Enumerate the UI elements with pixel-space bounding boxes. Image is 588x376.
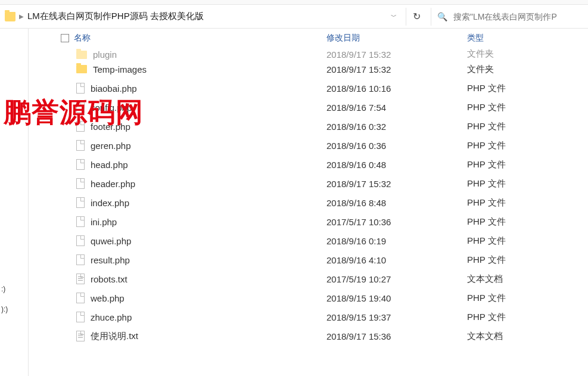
file-list: 名称 修改日期 类型 plugin 2018/9/17 15:32 文件夹 Te…	[29, 29, 588, 376]
file-date: 2018/9/16 8:48	[324, 198, 465, 208]
file-type: PHP 文件	[465, 102, 588, 113]
table-row[interactable]: web.php2018/9/15 19:40PHP 文件	[29, 288, 588, 307]
folder-icon	[76, 51, 87, 59]
file-icon	[76, 102, 85, 113]
table-row[interactable]: config.php2018/9/16 7:54PHP 文件	[29, 98, 588, 117]
file-name: robots.txt	[91, 274, 127, 284]
file-type: PHP 文件	[465, 121, 588, 132]
file-date: 2018/9/16 0:19	[324, 236, 465, 246]
file-type: PHP 文件	[465, 254, 588, 266]
file-icon	[76, 312, 85, 322]
file-date: 2018/9/17 15:32	[324, 179, 465, 189]
ribbon-stub	[0, 0, 588, 5]
search-icon: 🔍	[437, 12, 447, 21]
column-type[interactable]: 类型	[465, 33, 588, 43]
breadcrumb-folder[interactable]: LM在线表白网页制作PHP源码 去授权美化版	[27, 11, 204, 22]
sidebar-item[interactable]: :)	[0, 285, 28, 305]
file-date: 2018/9/16 0:48	[324, 160, 465, 170]
file-date: 2017/5/19 10:27	[324, 274, 465, 284]
file-name: web.php	[91, 293, 125, 303]
file-date: 2018/9/16 0:32	[324, 122, 465, 132]
file-type: PHP 文件	[465, 312, 588, 323]
search-box[interactable]: 🔍	[431, 8, 586, 26]
file-name: Temp-images	[93, 64, 147, 74]
file-date: 2018/9/17 15:32	[324, 64, 465, 74]
file-name: config.php	[91, 102, 132, 113]
file-date: 2018/9/16 4:10	[324, 255, 465, 265]
file-type: PHP 文件	[465, 83, 588, 94]
refresh-button[interactable]: ↻	[406, 8, 427, 26]
table-row[interactable]: head.php2018/9/16 0:48PHP 文件	[29, 155, 588, 174]
table-row[interactable]: quwei.php2018/9/16 0:19PHP 文件	[29, 231, 588, 250]
file-name: header.php	[91, 179, 135, 189]
file-name: result.php	[91, 255, 130, 265]
table-row[interactable]: index.php2018/9/16 8:48PHP 文件	[29, 193, 588, 212]
file-date: 2018/9/16 0:36	[324, 141, 465, 151]
file-date: 2018/9/16 10:16	[324, 83, 465, 94]
file-name: footer.php	[91, 122, 130, 132]
table-row[interactable]: ini.php2017/5/17 10:36PHP 文件	[29, 212, 588, 231]
column-headers: 名称 修改日期 类型	[29, 29, 588, 48]
file-type: PHP 文件	[465, 197, 588, 209]
file-date: 2017/5/17 10:36	[324, 217, 465, 227]
address-bar: ▶ LM在线表白网页制作PHP源码 去授权美化版 ﹀ ↻ 🔍	[0, 5, 588, 29]
file-date: 2018/9/15 19:40	[324, 293, 465, 303]
file-name: geren.php	[91, 141, 131, 151]
file-type: PHP 文件	[465, 178, 588, 189]
file-icon	[76, 216, 85, 227]
file-type: PHP 文件	[465, 159, 588, 170]
file-type: 文件夹	[465, 64, 588, 75]
column-date[interactable]: 修改日期	[324, 33, 465, 43]
file-type: PHP 文件	[465, 140, 588, 151]
file-type: 文本文档	[465, 331, 588, 342]
file-icon	[76, 121, 85, 132]
file-icon	[76, 178, 85, 189]
table-row[interactable]: zhuce.php2018/9/15 19:37PHP 文件	[29, 307, 588, 327]
file-date: 2018/9/16 7:54	[324, 102, 465, 113]
file-name: plugin	[93, 49, 117, 60]
file-icon	[76, 197, 85, 208]
table-row[interactable]: Temp-images2018/9/17 15:32文件夹	[29, 60, 588, 79]
search-input[interactable]	[453, 12, 573, 21]
file-icon	[76, 140, 85, 151]
chevron-right-icon[interactable]: ▶	[19, 13, 24, 20]
file-name: quwei.php	[91, 236, 131, 246]
file-name: ini.php	[91, 217, 117, 227]
table-row[interactable]: biaobai.php2018/9/16 10:16PHP 文件	[29, 79, 588, 98]
file-icon	[76, 235, 85, 246]
file-name: 使用说明.txt	[91, 331, 138, 342]
folder-icon	[5, 12, 15, 21]
file-type: 文本文档	[465, 274, 588, 285]
text-file-icon	[76, 274, 85, 284]
table-row[interactable]: geren.php2018/9/16 0:36PHP 文件	[29, 136, 588, 155]
table-row[interactable]: footer.php2018/9/16 0:32PHP 文件	[29, 117, 588, 136]
text-file-icon	[76, 331, 85, 341]
file-name: biaobai.php	[91, 83, 137, 94]
file-type: PHP 文件	[465, 293, 588, 304]
table-row[interactable]: robots.txt2017/5/19 10:27文本文档	[29, 269, 588, 288]
file-type: 文件夹	[465, 48, 588, 60]
path-dropdown-icon[interactable]: ﹀	[385, 8, 402, 25]
file-icon	[76, 293, 85, 303]
file-date: 2018/9/17 15:36	[324, 331, 465, 341]
table-row[interactable]: 使用说明.txt2018/9/17 15:36文本文档	[29, 327, 588, 346]
file-date: 2018/9/17 15:32	[324, 49, 465, 60]
column-name[interactable]: 名称	[58, 33, 324, 43]
file-type: PHP 文件	[465, 235, 588, 247]
file-type: PHP 文件	[465, 216, 588, 228]
file-icon	[76, 159, 85, 170]
table-row[interactable]: result.php2018/9/16 4:10PHP 文件	[29, 250, 588, 269]
table-row[interactable]: header.php2018/9/17 15:32PHP 文件	[29, 174, 588, 193]
file-date: 2018/9/15 19:37	[324, 312, 465, 322]
file-name: head.php	[91, 160, 128, 170]
nav-sidebar: :) ):)	[0, 29, 29, 376]
file-icon	[76, 83, 85, 94]
sidebar-item[interactable]: ):)	[0, 305, 28, 325]
file-icon	[76, 254, 85, 265]
select-all-checkbox[interactable]	[61, 34, 69, 42]
table-row[interactable]: plugin 2018/9/17 15:32 文件夹	[29, 48, 588, 60]
file-name: zhuce.php	[91, 312, 132, 322]
file-name: index.php	[91, 198, 129, 208]
folder-icon	[76, 65, 87, 73]
